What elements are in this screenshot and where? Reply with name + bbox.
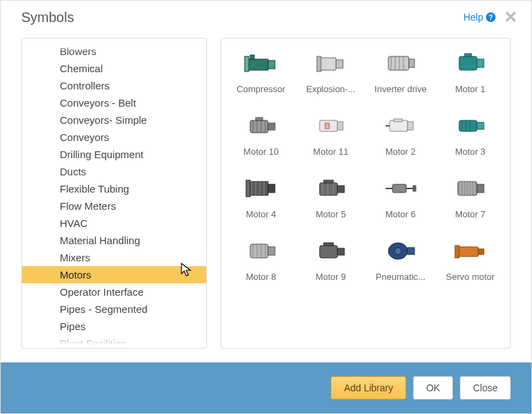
svg-rect-17 <box>268 123 275 130</box>
category-item[interactable]: Conveyors- Simple <box>22 111 206 129</box>
symbol-item[interactable]: Motor 6 <box>368 175 434 219</box>
symbol-grid: CompressorExplosion-...Inverter driveMot… <box>228 50 503 282</box>
svg-rect-1 <box>268 61 275 69</box>
close-button[interactable]: Close <box>460 376 511 400</box>
close-icon[interactable]: ✕ <box>504 9 518 25</box>
svg-rect-14 <box>477 59 484 67</box>
symbol-label: Compressor <box>236 84 285 94</box>
motor5-icon <box>313 175 348 202</box>
motor7-icon <box>452 175 488 202</box>
category-item[interactable]: Flexible Tubing <box>22 180 206 197</box>
help-label: Help <box>463 12 483 23</box>
svg-rect-2 <box>245 56 249 72</box>
category-item[interactable]: Plant Facilities <box>22 335 206 349</box>
symbol-label: Pneumatic... <box>376 272 425 282</box>
symbol-item[interactable]: Motor 5 <box>298 175 364 219</box>
symbol-item[interactable]: Motor 9 <box>298 237 364 282</box>
explosion-icon <box>313 50 348 77</box>
compressor-icon <box>243 50 279 77</box>
svg-rect-15 <box>465 54 472 56</box>
symbol-item[interactable]: Servo motor <box>438 237 504 282</box>
category-item[interactable]: Flow Meters <box>22 197 206 215</box>
motor11-icon <box>313 112 348 140</box>
category-item[interactable]: Pipes <box>22 318 206 335</box>
svg-rect-67 <box>337 248 344 255</box>
symbol-item[interactable]: Inverter drive <box>368 50 434 94</box>
symbol-item[interactable]: Motor 10 <box>228 112 294 157</box>
symbol-item[interactable]: Pneumatic... <box>368 237 434 282</box>
category-item[interactable]: Ducts <box>22 163 206 180</box>
symbol-label: Motor 1 <box>455 84 485 94</box>
svg-rect-28 <box>394 119 402 122</box>
motor1-icon <box>452 50 488 77</box>
svg-rect-22 <box>256 118 263 120</box>
category-panel: BlowersChemicalControllersConveyors - Be… <box>21 38 207 349</box>
add-library-button[interactable]: Add Library <box>331 376 406 400</box>
svg-rect-61 <box>268 247 275 255</box>
symbol-label: Motor 7 <box>455 209 485 219</box>
motor9-icon <box>313 237 348 265</box>
dialog-footer: Add Library OK Close <box>1 362 531 413</box>
svg-rect-72 <box>458 247 478 257</box>
inverter-icon <box>383 50 419 77</box>
svg-rect-5 <box>336 60 343 68</box>
motor8-icon <box>243 237 279 265</box>
symbol-label: Servo motor <box>446 272 495 282</box>
category-item[interactable]: Motors <box>22 266 206 283</box>
motor4-icon <box>243 175 279 202</box>
svg-rect-53 <box>477 184 484 193</box>
svg-rect-25 <box>325 123 329 129</box>
header-right: Help ? ✕ <box>463 9 518 25</box>
symbols-dialog: Symbols Help ? ✕ BlowersChemicalControll… <box>0 0 532 414</box>
symbol-item[interactable]: Motor 11 <box>298 112 364 157</box>
symbol-label: Motor 5 <box>315 209 346 219</box>
category-item[interactable]: Mixers <box>22 249 206 266</box>
svg-rect-51 <box>413 186 416 191</box>
servo-icon <box>452 237 488 265</box>
svg-rect-3 <box>250 55 254 59</box>
svg-rect-48 <box>392 184 406 193</box>
category-item[interactable]: Operator Interface <box>22 283 206 301</box>
category-item[interactable]: Blowers <box>22 43 206 60</box>
symbol-item[interactable]: Motor 3 <box>438 112 504 157</box>
symbol-item[interactable]: Compressor <box>228 50 294 94</box>
symbol-item[interactable]: Motor 7 <box>438 175 504 219</box>
help-icon: ? <box>486 12 496 22</box>
svg-point-71 <box>395 248 401 254</box>
category-item[interactable]: HVAC <box>22 215 206 232</box>
svg-rect-44 <box>324 180 333 183</box>
symbol-item[interactable]: Motor 1 <box>438 50 504 94</box>
svg-rect-73 <box>478 249 484 254</box>
svg-rect-13 <box>459 56 477 70</box>
ok-button[interactable]: OK <box>413 376 453 400</box>
category-item[interactable]: Drilling Equipment <box>22 146 206 163</box>
symbol-label: Inverter drive <box>375 84 427 94</box>
category-item[interactable]: Controllers <box>22 77 206 94</box>
svg-rect-37 <box>246 180 250 197</box>
svg-rect-0 <box>247 59 268 70</box>
category-item[interactable]: Chemical <box>22 60 206 77</box>
symbol-item[interactable]: Motor 4 <box>228 175 294 219</box>
symbol-item[interactable]: Motor 8 <box>228 237 294 282</box>
motor6-icon <box>383 175 419 202</box>
pneumatic-icon <box>383 237 419 265</box>
symbol-label: Motor 8 <box>246 272 276 282</box>
symbol-item[interactable]: Explosion-... <box>298 50 364 94</box>
dialog-title: Symbols <box>21 10 74 25</box>
svg-rect-24 <box>337 122 343 130</box>
symbol-label: Motor 11 <box>313 146 348 157</box>
symbol-label: Motor 9 <box>315 272 346 282</box>
category-item[interactable]: Material Handling <box>22 232 206 249</box>
category-item[interactable]: Pipes - Segmented <box>22 301 206 318</box>
symbol-label: Motor 4 <box>246 209 276 219</box>
svg-rect-6 <box>317 56 321 72</box>
category-item[interactable]: Conveyors - Belt <box>22 94 206 111</box>
category-list[interactable]: BlowersChemicalControllersConveyors - Be… <box>22 39 206 349</box>
svg-rect-4 <box>320 58 336 70</box>
dialog-body: BlowersChemicalControllersConveyors - Be… <box>1 31 531 362</box>
symbol-item[interactable]: Motor 2 <box>368 112 434 157</box>
category-item[interactable]: Conveyors <box>22 129 206 146</box>
svg-rect-66 <box>320 246 337 258</box>
symbol-label: Motor 2 <box>386 146 416 157</box>
help-link[interactable]: Help ? <box>463 12 496 23</box>
